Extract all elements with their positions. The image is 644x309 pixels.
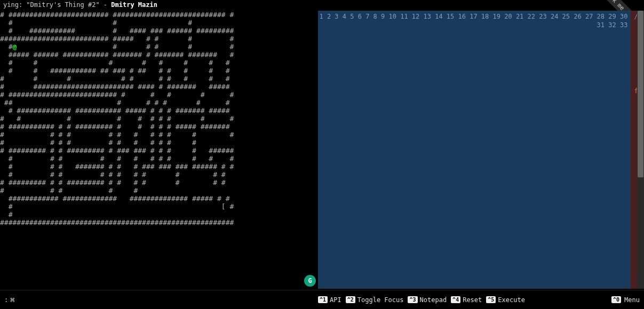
menu-label[interactable]: Menu [624, 296, 640, 304]
maze: # ######################## #############… [0, 11, 318, 226]
now-playing-text: ying: "Dmitry's Thing #2" - [3, 1, 111, 9]
grammarly-badge[interactable]: G [304, 275, 316, 287]
shortcut-label: Notepad [420, 296, 447, 304]
game-pane[interactable]: # ######################## #############… [0, 11, 318, 289]
scroll-thumb[interactable] [638, 11, 643, 177]
keycap: ^4 [451, 296, 460, 303]
now-playing-bar: ying: "Dmitry's Thing #2" - Dmitry Mazin [0, 0, 644, 11]
keycap: ^2 [346, 296, 355, 303]
main-area: # ######################## #############… [0, 11, 644, 289]
shortcut-label: Toggle Focus [357, 296, 404, 304]
shortcut-reset[interactable]: ^4Reset [451, 296, 482, 304]
shortcut-toggle-focus[interactable]: ^2Toggle Focus [346, 296, 404, 304]
keycap: ^1 [318, 296, 328, 303]
line-gutter: 1 2 3 4 5 6 7 8 9 10 11 12 13 14 15 16 1… [318, 11, 631, 289]
shortcut-execute[interactable]: ^5Execute [486, 296, 525, 304]
menu-area: ^0 Menu [611, 296, 640, 304]
cmd-icon: ⌘ [10, 296, 14, 304]
keycap: ^5 [486, 296, 496, 303]
scrollbar[interactable] [637, 11, 644, 289]
bottom-bar: : ⌘ ^1API^2Toggle Focus^3Notepad^4Reset^… [0, 290, 644, 309]
shortcut-notepad[interactable]: ^3Notepad [408, 296, 447, 304]
artist-name: Dmitry Mazin [111, 1, 157, 9]
shortcut-label: Reset [463, 296, 482, 304]
shortcut-api[interactable]: ^1API [318, 296, 341, 304]
menu-key[interactable]: ^0 [611, 296, 621, 303]
shortcut-label: Execute [498, 296, 525, 304]
prompt: : [4, 296, 8, 304]
code-content[interactable]: /******************** * theLongWayOut.js… [631, 11, 637, 289]
shortcut-label: API [330, 296, 341, 304]
code-editor[interactable]: 1 2 3 4 5 6 7 8 9 10 11 12 13 14 15 16 1… [318, 11, 644, 289]
shortcuts: ^1API^2Toggle Focus^3Notepad^4Reset^5Exe… [318, 296, 527, 304]
keycap: ^3 [408, 296, 417, 303]
